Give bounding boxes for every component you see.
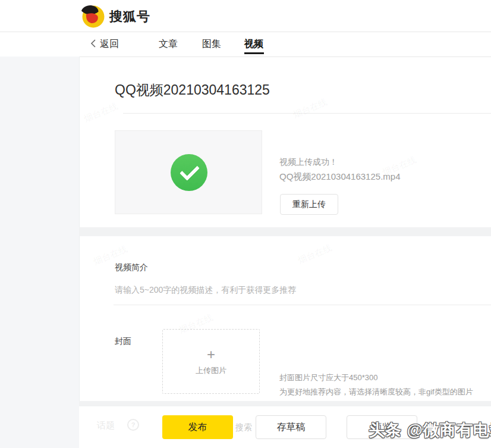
cover-label: 封面: [115, 336, 131, 347]
back-label: 返回: [100, 38, 119, 51]
description-input[interactable]: 请输入5~200字的视频描述，有利于获得更多推荐: [115, 285, 296, 296]
cover-quality-hint: 为更好地推荐内容，请选择清晰度较高，非gif类型的图片: [279, 387, 473, 397]
video-title-input[interactable]: QQ视频20210304163125: [115, 81, 270, 99]
success-check-icon: [171, 154, 207, 191]
top-nav: 返回 文章 图集 视频: [0, 32, 491, 57]
chevron-left-icon: [90, 39, 96, 50]
plus-icon: +: [207, 347, 215, 362]
diagonal-watermark: 烟台在线: [292, 96, 329, 120]
diagonal-watermark: 烟台在线: [297, 242, 334, 266]
cover-upload-button[interactable]: + 上传图片: [162, 329, 260, 394]
save-draft-button[interactable]: 存草稿: [256, 415, 326, 439]
app-header: 搜狐号: [0, 0, 491, 32]
description-divider: [114, 305, 491, 305]
tab-article[interactable]: 文章: [159, 38, 178, 51]
help-icon[interactable]: ?: [127, 419, 139, 431]
search-text-remnant: 搜索: [235, 422, 252, 433]
title-divider: [123, 113, 491, 114]
tab-video[interactable]: 视频: [244, 38, 263, 51]
cover-size-hint: 封面图片尺寸应大于450*300: [279, 372, 377, 383]
section-separator: [79, 227, 491, 236]
upload-image-label: 上传图片: [196, 365, 226, 376]
uploaded-filename: QQ视频20210304163125.mp4: [279, 171, 400, 183]
publish-button[interactable]: 发布: [162, 415, 233, 439]
tab-gallery[interactable]: 图集: [202, 38, 221, 51]
reupload-button[interactable]: 重新上传: [280, 194, 338, 215]
diagonal-watermark: 烟台在线: [83, 101, 120, 124]
brand-title: 搜狐号: [109, 8, 150, 26]
left-rail: [0, 57, 80, 448]
section-separator: [79, 401, 491, 406]
upload-status-text: 视频上传成功！: [279, 157, 338, 168]
sohu-logo-icon: [81, 4, 105, 28]
preview-button[interactable]: 预览: [347, 415, 417, 439]
active-tab-underline: [244, 52, 264, 54]
description-label: 视频简介: [115, 262, 148, 273]
back-button[interactable]: 返回: [90, 38, 119, 51]
topic-label: 话题: [97, 420, 115, 431]
